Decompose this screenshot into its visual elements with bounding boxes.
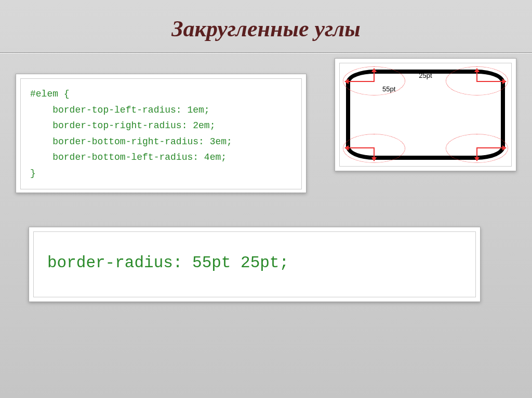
code-frame: #elem { border-top-left-radius: 1em; bor… (20, 78, 302, 189)
arrow-icon (345, 147, 374, 148)
title-area: Закругленные углы (0, 0, 532, 52)
arrow-icon (345, 81, 374, 82)
arrow-icon (477, 81, 506, 82)
label-55pt: 55pt (382, 85, 395, 93)
css-code: #elem { border-top-left-radius: 1em; bor… (30, 86, 292, 182)
code-line: border-top-left-radius: 1em; (30, 105, 210, 115)
css-shorthand: border-radius: 55pt 25pt; (43, 239, 466, 286)
diagram-frame: 25pt 55pt (339, 63, 512, 167)
rounded-box-diagram: 25pt 55pt (340, 63, 511, 166)
arrow-icon (374, 147, 375, 161)
code-line: border-bottom-left-radius: 4em; (30, 152, 227, 162)
arrow-icon (374, 68, 375, 82)
content-area: #elem { border-top-left-radius: 1em; bor… (0, 53, 532, 394)
short-frame: border-radius: 55pt 25pt; (33, 231, 476, 297)
label-25pt: 25pt (419, 72, 432, 79)
code-line: border-bottom-right-radius: 3em; (30, 136, 232, 147)
slide-title: Закругленные углы (171, 16, 361, 42)
code-line: #elem { (30, 89, 70, 99)
diagram-panel: 25pt 55pt (335, 58, 516, 171)
arrow-icon (476, 147, 477, 161)
code-line: } (30, 168, 36, 179)
code-block-shorthand: border-radius: 55pt 25pt; (29, 227, 481, 302)
arrow-icon (477, 147, 506, 148)
code-block-longhand: #elem { border-top-left-radius: 1em; bor… (16, 74, 307, 193)
arrow-icon (476, 68, 477, 82)
code-line: border-top-right-radius: 2em; (30, 120, 215, 131)
slide: Закругленные углы #elem { border-top-lef… (0, 0, 532, 398)
